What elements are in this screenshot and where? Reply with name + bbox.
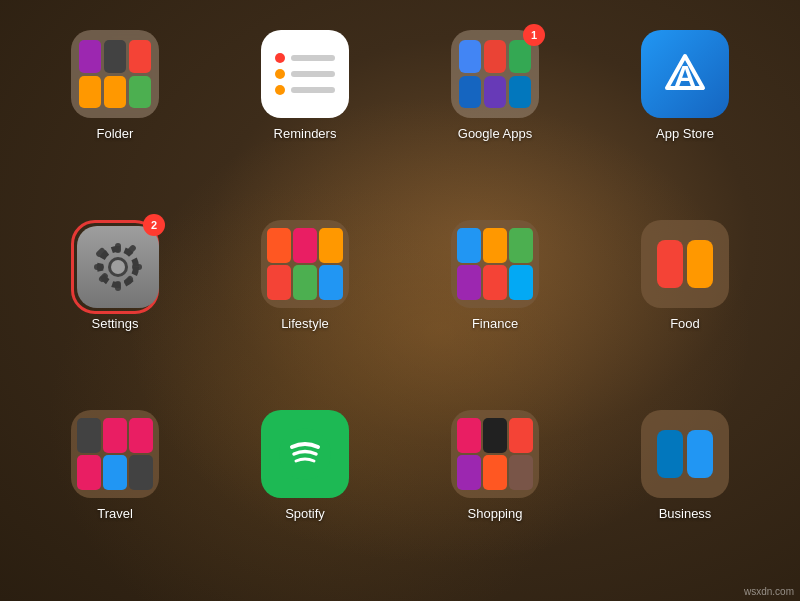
svg-point-14 bbox=[279, 428, 331, 480]
finance-label: Finance bbox=[472, 316, 518, 331]
watermark: wsxdn.com bbox=[744, 586, 794, 597]
finance-icon-wrap bbox=[451, 220, 539, 308]
finance-icon bbox=[451, 220, 539, 308]
business-icon-wrap bbox=[641, 410, 729, 498]
lifestyle-label: Lifestyle bbox=[281, 316, 329, 331]
lifestyle-icon-wrap bbox=[261, 220, 349, 308]
reminders-icon bbox=[261, 30, 349, 118]
travel-label: Travel bbox=[97, 506, 133, 521]
business-icon bbox=[641, 410, 729, 498]
settings-icon-wrap: 2 bbox=[71, 220, 159, 308]
svg-point-4 bbox=[111, 260, 125, 274]
shopping-label: Shopping bbox=[468, 506, 523, 521]
shopping-icon-wrap bbox=[451, 410, 539, 498]
settings-label: Settings bbox=[92, 316, 139, 331]
settings-badge: 2 bbox=[143, 214, 165, 236]
business-label: Business bbox=[659, 506, 712, 521]
app-finance[interactable]: Finance bbox=[446, 210, 544, 341]
reminders-icon-wrap bbox=[261, 30, 349, 118]
app-business[interactable]: Business bbox=[636, 400, 734, 531]
app-app-store[interactable]: A App Store bbox=[636, 20, 734, 151]
app-lifestyle[interactable]: Lifestyle bbox=[256, 210, 354, 341]
appstore-icon-wrap: A bbox=[641, 30, 729, 118]
appstore-label: App Store bbox=[656, 126, 714, 141]
lifestyle-icon bbox=[261, 220, 349, 308]
travel-icon-wrap bbox=[71, 410, 159, 498]
spotify-icon bbox=[261, 410, 349, 498]
travel-icon bbox=[71, 410, 159, 498]
google-apps-label: Google Apps bbox=[458, 126, 532, 141]
google-apps-badge: 1 bbox=[523, 24, 545, 46]
reminders-label: Reminders bbox=[274, 126, 337, 141]
spotify-icon-wrap bbox=[261, 410, 349, 498]
folder-label: Folder bbox=[97, 126, 134, 141]
app-reminders[interactable]: Reminders bbox=[256, 20, 354, 151]
appstore-icon: A bbox=[641, 30, 729, 118]
settings-highlight-border bbox=[71, 220, 159, 314]
shopping-icon bbox=[451, 410, 539, 498]
app-travel[interactable]: Travel bbox=[66, 400, 164, 531]
food-icon bbox=[641, 220, 729, 308]
food-icon-wrap bbox=[641, 220, 729, 308]
google-apps-icon-wrap: 1 bbox=[451, 30, 539, 118]
app-spotify[interactable]: Spotify bbox=[256, 400, 354, 531]
spotify-label: Spotify bbox=[285, 506, 325, 521]
app-food[interactable]: Food bbox=[636, 210, 734, 341]
app-shopping[interactable]: Shopping bbox=[446, 400, 544, 531]
app-google-apps[interactable]: 1 Google Apps bbox=[446, 20, 544, 151]
food-label: Food bbox=[670, 316, 700, 331]
folder-icon bbox=[71, 30, 159, 118]
folder-icon-wrap bbox=[71, 30, 159, 118]
svg-text:A: A bbox=[674, 59, 696, 92]
settings-icon bbox=[77, 226, 159, 308]
app-settings[interactable]: 2 bbox=[66, 210, 164, 341]
app-folder[interactable]: Folder bbox=[66, 20, 164, 151]
